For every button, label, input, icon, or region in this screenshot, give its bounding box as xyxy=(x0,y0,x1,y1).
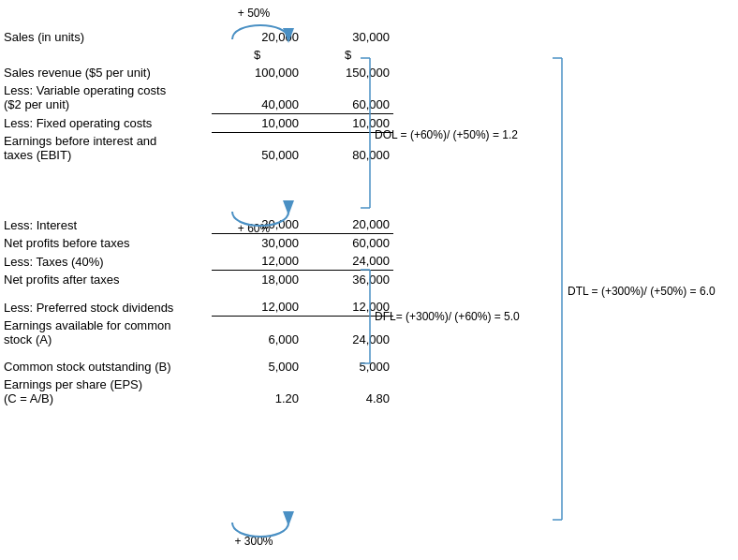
table-row: $ $ xyxy=(0,46,393,64)
col1-val: 5,000 xyxy=(212,358,303,376)
dfl-formula: DFL= (+300%)/ (+60%) = 5.0 xyxy=(375,310,520,323)
table-row: Earnings per share (EPS)(C = A/B) 1.20 4… xyxy=(0,376,393,407)
spacer-row xyxy=(0,164,393,215)
col1-val: 40,000 xyxy=(212,81,303,113)
spacer-row xyxy=(0,288,393,298)
table-row: Less: Fixed operating costs 10,000 10,00… xyxy=(0,113,393,132)
row-label: Less: Interest xyxy=(0,215,212,234)
col1-val: 12,000 xyxy=(212,252,303,271)
row-label: Net profits before taxes xyxy=(0,234,212,253)
dollar-sign1: $ xyxy=(212,46,303,64)
spacer-row xyxy=(0,348,393,358)
dollar-sign2: $ xyxy=(303,46,393,64)
col1-val: 1.20 xyxy=(212,376,303,407)
col1-val: 20,000 xyxy=(212,28,303,46)
row-label: Net profits after taxes xyxy=(0,271,212,289)
row-label: Common stock outstanding (B) xyxy=(0,358,212,376)
table-row: Less: Preferred stock dividends 12,000 1… xyxy=(0,298,393,317)
col1-val: 20,000 xyxy=(212,215,303,234)
col2-val: 24,000 xyxy=(303,317,393,348)
row-label: Earnings available for commonstock (A) xyxy=(0,317,212,348)
row-label: Sales revenue ($5 per unit) xyxy=(0,64,212,81)
table-row: Common stock outstanding (B) 5,000 5,000 xyxy=(0,358,393,376)
table-row: Less: Variable operating costs($2 per un… xyxy=(0,81,393,113)
row-label: Less: Fixed operating costs xyxy=(0,113,212,132)
col2-val: 5,000 xyxy=(303,358,393,376)
col2-val: 24,000 xyxy=(303,252,393,271)
table-row: Net profits after taxes 18,000 36,000 xyxy=(0,271,393,289)
col1-val: 50,000 xyxy=(212,132,303,164)
table-row: Net profits before taxes 30,000 60,000 xyxy=(0,234,393,253)
table-row: Sales revenue ($5 per unit) 100,000 150,… xyxy=(0,64,393,81)
page: Sales (in units) 20,000 30,000 $ $ Sales… xyxy=(0,0,738,560)
table-row: Less: Taxes (40%) 12,000 24,000 xyxy=(0,252,393,271)
col1-val: 12,000 xyxy=(212,298,303,317)
col2-val: 12,000 xyxy=(303,298,393,317)
dol-formula: DOL = (+60%)/ (+50%) = 1.2 xyxy=(375,128,518,141)
row-label: Less: Variable operating costs($2 per un… xyxy=(0,81,212,113)
col2-val: 80,000 xyxy=(303,132,393,164)
plus300-arc xyxy=(232,523,288,537)
col1-val: 6,000 xyxy=(212,317,303,348)
col2-val: 10,000 xyxy=(303,113,393,132)
col2-val: 60,000 xyxy=(303,234,393,253)
row-label: Less: Taxes (40%) xyxy=(0,252,212,271)
row-label: Sales (in units) xyxy=(0,28,212,46)
row-label: Earnings before interest andtaxes (EBIT) xyxy=(0,132,212,164)
plus50-label: + 50% xyxy=(238,7,271,20)
col1-val: 30,000 xyxy=(212,234,303,253)
main-content: Sales (in units) 20,000 30,000 $ $ Sales… xyxy=(0,28,393,407)
table-row: Earnings before interest andtaxes (EBIT)… xyxy=(0,132,393,164)
col2-val: 60,000 xyxy=(303,81,393,113)
table-row: Earnings available for commonstock (A) 6… xyxy=(0,317,393,348)
table-row: Sales (in units) 20,000 30,000 xyxy=(0,28,393,46)
plus300-label: + 300% xyxy=(234,535,273,548)
col2-val: 30,000 xyxy=(303,28,393,46)
financial-table: Sales (in units) 20,000 30,000 $ $ Sales… xyxy=(0,28,393,407)
table-row: Less: Interest 20,000 20,000 xyxy=(0,215,393,234)
row-label: Less: Preferred stock dividends xyxy=(0,298,212,317)
col2-val: 150,000 xyxy=(303,64,393,81)
col1-val: 18,000 xyxy=(212,271,303,289)
col1-val: 10,000 xyxy=(212,113,303,132)
col1-val: 100,000 xyxy=(212,64,303,81)
col2-val: 20,000 xyxy=(303,215,393,234)
col2-val: 36,000 xyxy=(303,271,393,289)
col2-val: 4.80 xyxy=(303,376,393,407)
dtl-formula: DTL = (+300%)/ (+50%) = 6.0 xyxy=(568,285,716,298)
row-label: Earnings per share (EPS)(C = A/B) xyxy=(0,376,212,407)
